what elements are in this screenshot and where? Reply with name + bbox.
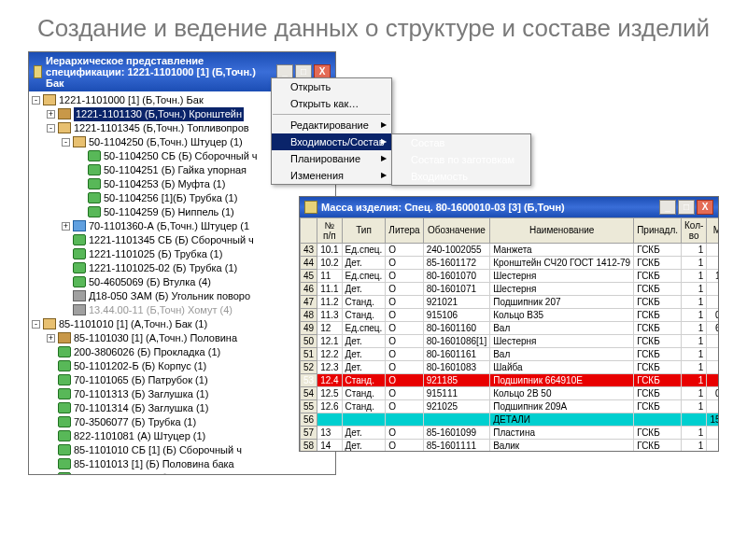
cell[interactable] — [707, 282, 718, 295]
cell[interactable]: ГСКБ — [634, 439, 682, 451]
cell[interactable]: 80-1601161 — [423, 347, 490, 360]
tree-node[interactable]: 70-1101313 (Б) Заглушка (1) — [32, 387, 332, 401]
cell[interactable]: ГСКБ — [634, 399, 682, 413]
cell[interactable]: 12.2 — [317, 347, 342, 360]
cell[interactable]: 1 — [682, 386, 707, 399]
table-row[interactable]: 5112.2Дет.О80-1601161ВалГСКБ12.5 — [301, 347, 719, 360]
table-row[interactable]: 56ДЕТАЛИ15.2985 — [301, 413, 719, 426]
cell[interactable]: Ед.спец. — [342, 321, 386, 334]
cell[interactable]: 0.0073 — [707, 308, 718, 321]
cell[interactable]: 1 — [682, 256, 707, 269]
context-menu[interactable]: ОткрытьОткрыть как…РедактированиеВходимо… — [271, 77, 392, 185]
menu-item[interactable]: Открыть — [272, 78, 391, 95]
cell[interactable]: 80-1601071 — [423, 282, 490, 295]
cell[interactable]: 1 — [682, 347, 707, 360]
cell[interactable] — [317, 413, 342, 426]
cell[interactable]: 11.2 — [317, 295, 342, 308]
cell[interactable]: 0.0144 — [707, 386, 718, 399]
table-row[interactable]: 4611.1Дет.О80-1601071ШестерняГСКБ1 — [301, 282, 719, 295]
cell[interactable]: ГСКБ — [634, 386, 682, 399]
cell[interactable]: 85-1601172 — [423, 256, 490, 269]
cell[interactable]: ГСКБ — [634, 373, 682, 386]
table-row[interactable]: 4711.2Станд.О921021Подшипник 207ГСКБ10.2… — [301, 295, 719, 308]
cell[interactable]: 85-1601111 — [423, 439, 490, 451]
table-row[interactable]: 4511Ед.спец.О80-1601070ШестерняГСКБ11.29… — [301, 269, 719, 282]
tree-node[interactable]: 70-1101314 (Б) Заглушка (1) — [32, 401, 332, 415]
tree-node[interactable]: Д18-050 ЗАМ (Б) Угольник поворо — [32, 289, 332, 303]
tree-node[interactable]: 50-4605069 (Б) Втулка (4) — [32, 275, 332, 289]
cell[interactable]: 921025 — [423, 399, 490, 413]
cell[interactable]: 1 — [682, 295, 707, 308]
cell[interactable]: Подшипник 209А — [490, 399, 634, 413]
cell[interactable] — [707, 243, 718, 256]
cell[interactable]: О — [386, 360, 423, 373]
tree-node[interactable]: 70-3506077 (Б) Трубка (1) — [32, 415, 332, 429]
cell[interactable]: 3.1 — [707, 334, 718, 347]
cell[interactable]: 11.3 — [317, 308, 342, 321]
cell[interactable]: Вал — [490, 347, 634, 360]
cell[interactable]: 1 — [682, 373, 707, 386]
cell[interactable]: Кольцо В35 — [490, 308, 634, 321]
cell[interactable]: 12.6 — [317, 399, 342, 413]
cell[interactable]: 915106 — [423, 308, 490, 321]
cell[interactable]: 11 — [317, 269, 342, 282]
cell[interactable]: 915111 — [423, 386, 490, 399]
cell[interactable]: Станд. — [342, 386, 386, 399]
cell[interactable]: О — [386, 269, 423, 282]
cell[interactable]: О — [386, 295, 423, 308]
cell[interactable]: ГСКБ — [634, 308, 682, 321]
cell[interactable]: О — [386, 334, 423, 347]
cell[interactable]: ГСКБ — [634, 334, 682, 347]
tree-node[interactable]: 50-1104256 [1](Б) Трубка (1) — [32, 191, 332, 205]
column-header[interactable]: № п/п — [317, 217, 342, 243]
cell[interactable]: Шайба — [490, 360, 634, 373]
cell[interactable]: 80-1601070 — [423, 269, 490, 282]
tree-node[interactable]: 13.44.00-11 (Б,Точн) Хомут (4) — [32, 303, 332, 317]
cell[interactable]: ГСКБ — [634, 321, 682, 334]
tree-node[interactable]: 822-1101081 (А) Штуцер (1) — [32, 429, 332, 443]
cell[interactable]: 14 — [317, 439, 342, 451]
expand-toggle[interactable]: - — [32, 320, 40, 329]
table-row[interactable]: 5312.4Станд.О921185Подшипник 664910ЕГСКБ… — [301, 373, 719, 386]
cell[interactable]: 10.2 — [317, 256, 342, 269]
table-row[interactable]: 5814Дет.О85-1601111ВаликГСКБ10.45 — [301, 439, 719, 451]
cell[interactable]: 921021 — [423, 295, 490, 308]
cell[interactable] — [386, 413, 423, 426]
expand-toggle[interactable]: - — [47, 124, 55, 133]
cell[interactable]: ГСКБ — [634, 295, 682, 308]
cell[interactable]: 2.5 — [707, 347, 718, 360]
cell[interactable]: Подшипник 207 — [490, 295, 634, 308]
cell[interactable]: Валик — [490, 439, 634, 451]
column-header[interactable]: Кол-во — [682, 217, 707, 243]
menu-item[interactable]: Входимость — [392, 168, 530, 185]
cell[interactable]: 6.0784 — [707, 321, 718, 334]
cell[interactable]: 1 — [682, 439, 707, 451]
cell[interactable]: Дет. — [342, 426, 386, 439]
cell[interactable]: Кольцо 2В 50 — [490, 386, 634, 399]
cell[interactable]: 0.404 — [707, 399, 718, 413]
column-header[interactable]: Литера — [386, 217, 423, 243]
tree-node[interactable]: -85-1101010 [1] (А,Точн.) Бак (1) — [32, 317, 332, 331]
expand-toggle[interactable]: + — [62, 222, 70, 231]
cell[interactable]: О — [386, 282, 423, 295]
tree-node[interactable]: 1221-1101025-02 (Б) Трубка (1) — [32, 261, 332, 275]
cell[interactable]: 12.4 — [317, 373, 342, 386]
table-row[interactable]: 5012.1Дет.О80-1601086[1]ШестерняГСКБ13.1 — [301, 334, 719, 347]
submenu[interactable]: СоставСостав по заготовкамВходимость — [391, 133, 531, 186]
cell[interactable]: 1 — [682, 360, 707, 373]
cell[interactable]: Подшипник 664910Е — [490, 373, 634, 386]
menu-item[interactable]: Входимость/СоставСоставСостав по заготов… — [272, 133, 391, 150]
cell[interactable]: ГСКБ — [634, 243, 682, 256]
column-header[interactable]: Тип — [342, 217, 386, 243]
menu-item[interactable]: Изменения — [272, 167, 391, 184]
cell[interactable]: 1 — [682, 426, 707, 439]
table-row[interactable]: 5412.5Станд.О915111Кольцо 2В 50ГСКБ10.01… — [301, 386, 719, 399]
cell[interactable]: ГСКБ — [634, 269, 682, 282]
cell[interactable]: Ед.спец. — [342, 243, 386, 256]
minimize-button[interactable]: _ — [659, 200, 676, 215]
expand-toggle[interactable]: - — [32, 96, 40, 105]
table-row[interactable]: 4410.2Дет.О85-1601172Кронштейн СЧ20 ГОСТ… — [301, 256, 719, 269]
cell[interactable]: Дет. — [342, 256, 386, 269]
cell[interactable] — [682, 413, 707, 426]
cell[interactable]: О — [386, 439, 423, 451]
